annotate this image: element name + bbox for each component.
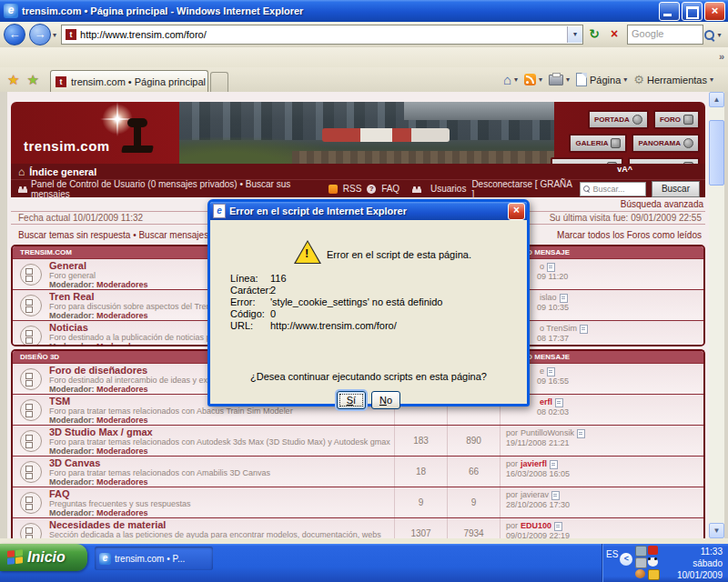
last-post-user[interactable]: erfl <box>540 397 552 407</box>
user-panel-link[interactable]: Panel de Control de Usuario (0 mensajes … <box>31 179 329 199</box>
print-button[interactable]: ▾ <box>547 75 571 85</box>
home-icon: ⌂ <box>503 72 511 87</box>
scroll-up-icon[interactable]: ▲ <box>709 92 724 107</box>
scrollbar-thumb[interactable] <box>709 120 724 186</box>
moderators-link[interactable]: Moderadores <box>96 280 148 289</box>
taskbar-clock[interactable]: 11:33 sábado 10/01/2009 <box>677 544 728 582</box>
forum-link[interactable]: 3D Studio Max / gmax <box>49 426 394 437</box>
back-button[interactable]: ← <box>4 24 25 45</box>
round-tray-icon[interactable] <box>635 569 645 578</box>
last-post-user[interactable]: o <box>540 262 544 272</box>
moderators-link[interactable]: Moderadores <box>96 447 148 456</box>
latest-post-icon[interactable] <box>547 263 555 272</box>
search-go-button[interactable]: ▾ <box>703 25 725 45</box>
last-post-user[interactable]: EDU100 <box>521 521 551 531</box>
yes-button[interactable]: Sí <box>337 391 366 409</box>
moderators-link[interactable]: Moderadores <box>96 508 148 517</box>
minimize-button[interactable] <box>659 2 680 21</box>
latest-post-icon[interactable] <box>554 522 562 531</box>
last-post-user[interactable]: javierav <box>521 490 549 500</box>
latest-post-icon[interactable] <box>555 398 563 407</box>
start-button[interactable]: Inicio <box>0 544 87 571</box>
stop-button[interactable]: × <box>605 25 623 45</box>
last-post-user[interactable]: javierfl <box>521 459 547 469</box>
gear-icon: ⚙ <box>633 73 644 86</box>
forum-link[interactable]: FAQ <box>49 488 394 499</box>
tab-active[interactable]: t trensim.com • Página principal <box>50 70 208 92</box>
site-logo[interactable]: trensim.com <box>11 102 179 164</box>
scroll-down-icon[interactable]: ▼ <box>709 523 724 538</box>
latest-post-icon[interactable] <box>577 429 585 438</box>
volume-tray-icon[interactable] <box>635 557 647 568</box>
refresh-button[interactable]: ↻ <box>585 25 603 45</box>
close-button[interactable]: × <box>704 2 725 21</box>
history-dropdown-icon[interactable]: ▾ <box>53 31 56 39</box>
network-tray-icon[interactable] <box>635 546 647 557</box>
mark-read-link[interactable]: Marcar todos los Foros como leídos <box>557 230 702 242</box>
latest-post-icon[interactable] <box>560 294 568 303</box>
no-button[interactable]: No <box>371 391 400 409</box>
moderators-link[interactable]: Moderadores <box>96 416 148 425</box>
vertical-scrollbar[interactable]: ▲ ▼ <box>709 92 724 538</box>
new-tab-stub[interactable] <box>210 72 228 92</box>
latest-post-icon[interactable] <box>551 491 560 500</box>
moderators-link[interactable]: Moderadores <box>96 311 148 320</box>
address-field[interactable]: t http://www.trensim.com/foro/ ▾ <box>61 25 583 45</box>
logout-link[interactable]: Desconectarse [ GRAÑA ] <box>471 179 574 199</box>
forward-button[interactable]: → <box>29 24 51 45</box>
feeds-button[interactable]: ▾ <box>522 74 544 85</box>
nav-trensimpedia-button[interactable]: Trensimpedia <box>551 157 623 164</box>
nav-foro-button[interactable]: FORO <box>653 110 700 129</box>
tray-icons <box>635 546 660 582</box>
address-dropdown-icon[interactable]: ▾ <box>567 26 582 43</box>
moderators-link[interactable]: Moderadores <box>96 477 148 487</box>
latest-post-icon[interactable] <box>550 460 558 469</box>
nav-descargas-button[interactable]: DESCARGAS <box>628 157 700 164</box>
forum-link[interactable]: 3D Canvas <box>49 457 394 468</box>
font-size-widget[interactable]: vA^ <box>617 165 632 174</box>
topics-count: 1307 <box>394 518 447 538</box>
rss-link[interactable]: RSS <box>343 184 362 194</box>
dialog-close-button[interactable]: × <box>508 203 525 220</box>
nav-galeria-button[interactable]: GALERIA <box>569 134 627 153</box>
last-post-user[interactable]: islao <box>540 293 557 303</box>
faq-link[interactable]: FAQ <box>381 184 399 194</box>
toolbar-overflow-icon[interactable]: » <box>719 51 724 62</box>
last-post-user[interactable]: o TrenSim <box>540 324 577 334</box>
forum-link[interactable]: Necesidades de material <box>49 519 394 530</box>
taskbar-item-ie[interactable]: e trensim.com • P... <box>95 547 213 570</box>
address-url[interactable]: http://www.trensim.com/foro/ <box>80 29 567 40</box>
latest-post-icon[interactable] <box>547 367 555 376</box>
search-input[interactable]: Google <box>627 25 703 45</box>
red-tray-icon[interactable] <box>648 546 658 555</box>
favorites-icon[interactable]: ★ <box>7 72 19 88</box>
site-header-banner: trensim.com PORTADA FORO GALERIA PANORAM… <box>11 102 705 164</box>
moderators-link[interactable]: Moderadores <box>96 342 148 346</box>
last-post-user[interactable]: e <box>540 366 544 376</box>
advanced-search-link[interactable]: Búsqueda avanzada <box>621 199 703 209</box>
antivirus-tray-icon[interactable] <box>648 557 658 567</box>
nav-portada-button[interactable]: PORTADA <box>588 110 649 129</box>
forum-search-button[interactable]: Buscar <box>652 181 700 197</box>
ie-task-icon: e <box>99 553 111 565</box>
forum-icon <box>13 259 49 289</box>
yellow-tray-icon[interactable] <box>648 569 660 580</box>
maximize-button[interactable] <box>682 2 703 21</box>
tools-menu-button[interactable]: ⚙ Herramientas ▾ <box>632 73 715 86</box>
last-post-date: 16/03/2008 16:05 <box>506 469 703 479</box>
forum-row-faq: FAQ Preguntas frecuentes y sus respuesta… <box>13 487 703 517</box>
language-indicator[interactable]: ES <box>606 549 618 582</box>
site-logo-text: trensim.com <box>24 138 110 154</box>
home-button[interactable]: ⌂ ▾ <box>501 72 520 87</box>
moderators-link[interactable]: Moderadores <box>96 385 148 394</box>
usuarios-link[interactable]: Usuarios <box>430 184 466 194</box>
nav-panorama-button[interactable]: PANORAMA <box>632 134 700 153</box>
search-dropdown-icon[interactable]: ▾ <box>717 31 721 39</box>
latest-post-icon[interactable] <box>580 325 588 334</box>
add-favorite-icon[interactable]: ★ <box>26 72 38 88</box>
forum-search-input[interactable]: Buscar... <box>580 182 645 196</box>
last-post-user[interactable]: PuntilloWonsik <box>521 428 574 438</box>
indice-general-link[interactable]: Índice general <box>29 166 96 177</box>
page-menu-button[interactable]: Página ▾ <box>574 73 629 86</box>
tray-collapse-icon[interactable]: < <box>620 553 632 566</box>
